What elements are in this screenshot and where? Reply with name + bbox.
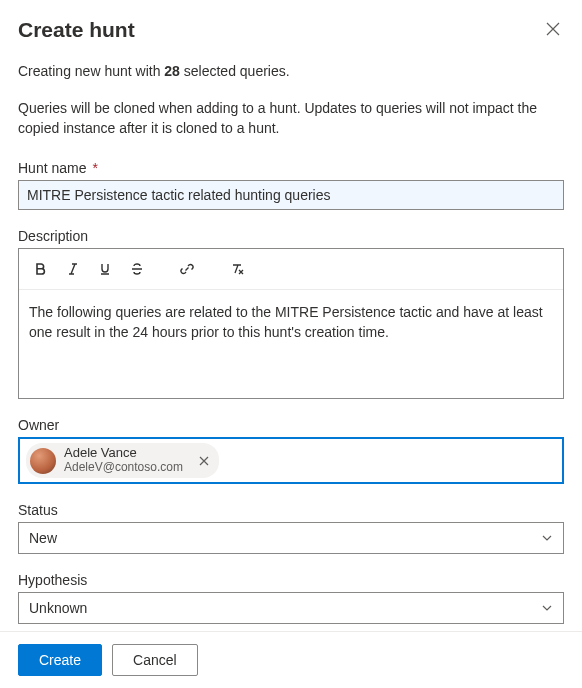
description-textarea[interactable]: The following queries are related to the… bbox=[19, 290, 563, 398]
hunt-name-label-text: Hunt name bbox=[18, 160, 86, 176]
owner-name: Adele Vance bbox=[64, 446, 183, 461]
page-title: Create hunt bbox=[18, 18, 135, 42]
close-icon bbox=[546, 22, 560, 36]
description-label: Description bbox=[18, 228, 564, 244]
owner-label: Owner bbox=[18, 417, 564, 433]
rte-toolbar bbox=[19, 249, 563, 290]
owner-email: AdeleV@contoso.com bbox=[64, 461, 183, 475]
footer-actions: Create Cancel bbox=[0, 631, 582, 688]
chevron-down-icon bbox=[541, 532, 553, 544]
owner-input[interactable]: Adele Vance AdeleV@contoso.com bbox=[18, 437, 564, 484]
intro-text: Creating new hunt with 28 selected queri… bbox=[18, 62, 564, 82]
bold-button[interactable] bbox=[27, 255, 55, 283]
link-icon bbox=[180, 262, 194, 276]
status-value: New bbox=[29, 530, 57, 546]
link-button[interactable] bbox=[173, 255, 201, 283]
avatar bbox=[30, 448, 56, 474]
intro-prefix: Creating new hunt with bbox=[18, 63, 164, 79]
status-label: Status bbox=[18, 502, 564, 518]
create-button[interactable]: Create bbox=[18, 644, 102, 676]
clear-format-button[interactable] bbox=[223, 255, 251, 283]
intro-suffix: selected queries. bbox=[180, 63, 290, 79]
cancel-button[interactable]: Cancel bbox=[112, 644, 198, 676]
owner-remove-button[interactable] bbox=[197, 454, 211, 468]
status-select[interactable]: New bbox=[18, 522, 564, 554]
hypothesis-value: Unknown bbox=[29, 600, 87, 616]
underline-icon bbox=[98, 262, 112, 276]
description-editor: The following queries are related to the… bbox=[18, 248, 564, 399]
italic-button[interactable] bbox=[59, 255, 87, 283]
chevron-down-icon bbox=[541, 602, 553, 614]
strikethrough-button[interactable] bbox=[123, 255, 151, 283]
bold-icon bbox=[34, 262, 48, 276]
hypothesis-select[interactable]: Unknown bbox=[18, 592, 564, 624]
required-marker: * bbox=[92, 160, 97, 176]
strikethrough-icon bbox=[130, 262, 144, 276]
hunt-name-label: Hunt name * bbox=[18, 160, 564, 176]
close-icon bbox=[199, 456, 209, 466]
owner-chip: Adele Vance AdeleV@contoso.com bbox=[26, 443, 219, 478]
hunt-name-input[interactable] bbox=[18, 180, 564, 210]
italic-icon bbox=[66, 262, 80, 276]
underline-button[interactable] bbox=[91, 255, 119, 283]
clone-note: Queries will be cloned when adding to a … bbox=[18, 98, 564, 139]
clear-format-icon bbox=[230, 262, 244, 276]
close-button[interactable] bbox=[542, 18, 564, 40]
selected-query-count: 28 bbox=[164, 63, 180, 79]
hypothesis-label: Hypothesis bbox=[18, 572, 564, 588]
